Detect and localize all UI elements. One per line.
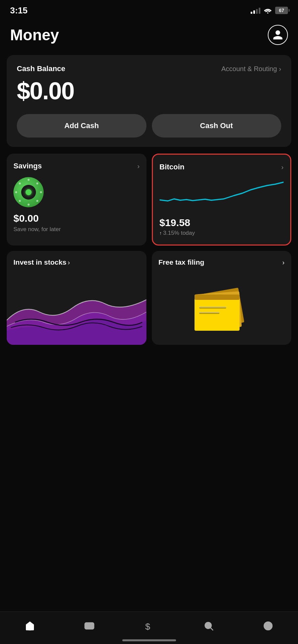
cash-out-button[interactable]: Cash Out (152, 114, 282, 138)
svg-rect-12 (195, 294, 240, 300)
account-routing-text: Account & Routing (221, 65, 277, 73)
invest-title: Invest in stocks (13, 258, 67, 266)
status-icons: 67 (251, 7, 288, 14)
savings-amount: $0.00 (13, 213, 140, 224)
bitcoin-amount: $19.58 (160, 217, 284, 228)
svg-line-21 (211, 628, 213, 630)
profile-button[interactable] (268, 25, 288, 45)
svg-text:$: $ (145, 622, 151, 631)
account-routing-chevron: › (279, 65, 281, 73)
dollar-icon: $ (143, 621, 154, 631)
nav-cash[interactable]: $ (138, 618, 160, 634)
svg-point-6 (36, 200, 38, 202)
up-arrow-icon: ↑ (160, 230, 162, 236)
savings-title-row: Savings › (13, 162, 140, 170)
svg-point-1 (28, 179, 30, 181)
savings-icon-decoration (13, 177, 44, 207)
battery-icon: 67 (275, 7, 288, 14)
cash-balance-amount: $0.00 (17, 77, 281, 105)
savings-subtitle: Save now, for later (13, 226, 140, 233)
svg-point-2 (28, 204, 30, 206)
nav-history[interactable] (257, 618, 279, 634)
signal-icon (251, 7, 260, 14)
savings-title: Savings (13, 162, 42, 170)
invest-chart-area (7, 278, 146, 345)
profile-icon (272, 29, 284, 41)
svg-point-0 (267, 12, 268, 13)
tax-card-header: Free tax filing › (152, 251, 292, 270)
svg-point-7 (36, 182, 38, 184)
wifi-icon (264, 7, 272, 13)
cash-balance-label: Cash Balance (17, 64, 65, 73)
cash-balance-card: Cash Balance Account & Routing › $0.00 A… (7, 55, 291, 147)
savings-card[interactable]: Savings › $0.00 Save now, for later (7, 154, 146, 246)
header: Money (0, 18, 298, 55)
bitcoin-card[interactable]: Bitcoin › $19.58 ↑ 3.15% today (152, 154, 292, 246)
bitcoin-chart (160, 178, 284, 212)
card-buttons: Add Cash Cash Out (17, 114, 281, 138)
home-icon (25, 621, 35, 631)
savings-chevron: › (137, 162, 140, 170)
tax-card[interactable]: Free tax filing › (152, 251, 292, 345)
invest-card[interactable]: Invest in stocks › (7, 251, 146, 345)
savings-bitcoin-grid: Savings › $0.00 Save now, for later (7, 154, 291, 246)
account-routing-link[interactable]: Account & Routing › (221, 65, 281, 73)
tax-chevron: › (282, 259, 285, 266)
tax-image-area (152, 278, 292, 345)
invest-tax-grid: Invest in stocks › Free tax filing › (7, 251, 291, 345)
tax-title: Free tax filing (159, 258, 205, 266)
bitcoin-chevron: › (281, 163, 284, 171)
status-time: 3:15 (10, 5, 28, 16)
invest-card-header: Invest in stocks › (7, 251, 146, 270)
status-bar: 3:15 67 (0, 0, 298, 18)
bitcoin-change: ↑ 3.15% today (160, 230, 284, 236)
invest-chevron: › (68, 259, 70, 266)
history-icon (263, 621, 273, 631)
svg-rect-16 (199, 312, 219, 313)
tax-image (184, 281, 258, 341)
svg-point-8 (19, 200, 21, 202)
invest-chart (7, 278, 146, 345)
cash-balance-header: Cash Balance Account & Routing › (17, 64, 281, 73)
nav-search[interactable] (198, 618, 219, 634)
add-cash-button[interactable]: Add Cash (17, 114, 146, 138)
svg-point-3 (15, 191, 17, 193)
bitcoin-title: Bitcoin (160, 163, 185, 171)
search-icon (203, 621, 214, 631)
svg-rect-17 (85, 623, 94, 629)
savings-icon (13, 177, 44, 207)
home-indicator (122, 639, 176, 641)
page-title: Money (10, 26, 59, 44)
svg-rect-15 (199, 307, 226, 308)
card-icon (84, 621, 95, 631)
svg-point-5 (19, 182, 21, 184)
svg-point-4 (40, 191, 42, 193)
nav-home[interactable] (19, 618, 41, 634)
nav-card[interactable] (79, 618, 100, 634)
svg-point-20 (205, 622, 211, 629)
bitcoin-title-row: Bitcoin › (160, 163, 284, 171)
bitcoin-change-text: 3.15% today (163, 230, 195, 236)
